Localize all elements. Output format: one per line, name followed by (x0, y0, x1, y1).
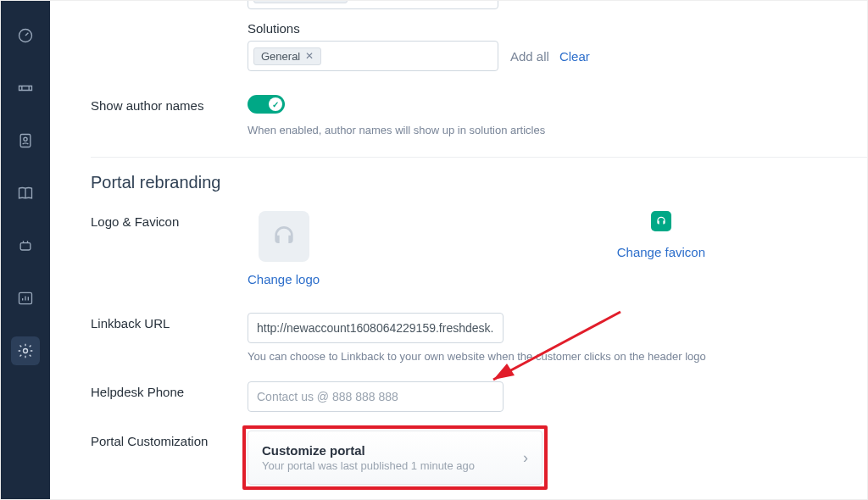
helpdesk-phone-row: Helpdesk Phone (91, 381, 867, 412)
chart-icon (17, 290, 34, 307)
chevron-right-icon: › (523, 449, 528, 467)
forums-row: Nojig Forums ✕ Add all Clear Solutions (91, 1, 867, 71)
logo-favicon-label: Logo & Favicon (91, 211, 248, 229)
change-favicon-link[interactable]: Change favicon (617, 245, 705, 259)
linkback-url-input[interactable] (248, 313, 504, 343)
svg-point-5 (24, 349, 28, 353)
favicon-column: Change favicon (617, 211, 705, 287)
svg-rect-3 (20, 243, 31, 250)
nav-contacts[interactable] (11, 126, 40, 155)
nav-solutions[interactable] (11, 179, 40, 208)
change-logo-link[interactable]: Change logo (248, 272, 320, 286)
solutions-chip[interactable]: General ✕ (253, 47, 321, 65)
helpdesk-phone-label: Helpdesk Phone (91, 381, 248, 399)
author-names-toggle[interactable]: ✓ (248, 95, 285, 114)
nav-dashboard[interactable] (11, 21, 40, 50)
linkback-row: Linkback URL You can choose to Linkback … (91, 313, 867, 363)
author-names-row: Show author names ✓ When enabled, author… (91, 95, 867, 136)
gauge-icon (17, 27, 34, 44)
gear-icon (17, 342, 34, 359)
main-region: Nojig Forums ✕ Add all Clear Solutions (50, 1, 867, 499)
logo-favicon-row: Logo & Favicon Change logo (91, 211, 867, 287)
section-divider (91, 157, 867, 158)
customize-portal-title: Customize portal (262, 443, 475, 458)
nav-tickets[interactable] (11, 74, 40, 103)
forums-chip[interactable]: Nojig Forums ✕ (253, 1, 348, 3)
headset-icon (270, 223, 298, 250)
toggle-knob: ✓ (269, 97, 282, 111)
solutions-add-all-link[interactable]: Add all (510, 49, 549, 64)
contact-icon (17, 132, 34, 149)
logo-placeholder (259, 211, 309, 262)
nav-reports[interactable] (11, 284, 40, 313)
favicon-placeholder (651, 211, 671, 231)
check-icon: ✓ (272, 100, 279, 109)
portal-customization-label: Portal Customization (91, 431, 248, 448)
solutions-tag-input[interactable]: General ✕ (248, 41, 498, 71)
close-icon[interactable]: ✕ (305, 50, 314, 62)
book-icon (17, 185, 34, 202)
helpdesk-phone-input[interactable] (248, 381, 504, 412)
linkback-hint: You can choose to Linkback to your own w… (248, 350, 858, 363)
nav-automation[interactable] (11, 231, 40, 260)
forums-tag-input[interactable]: Nojig Forums ✕ (248, 1, 498, 9)
author-names-label: Show author names (91, 95, 248, 113)
solutions-section-label: Solutions (248, 21, 858, 36)
linkback-label: Linkback URL (91, 313, 248, 331)
svg-marker-7 (493, 364, 515, 380)
portal-rebranding-heading: Portal rebranding (91, 173, 867, 192)
ticket-icon (17, 80, 34, 97)
customize-portal-subtitle: Your portal was last published 1 minute … (262, 459, 475, 472)
author-names-hint: When enabled, author names will show up … (248, 124, 858, 136)
app-frame: Nojig Forums ✕ Add all Clear Solutions (0, 0, 868, 500)
forums-add-all-link[interactable]: Add all (510, 1, 549, 2)
customize-portal-button[interactable]: Customize portal Your portal was last pu… (248, 431, 542, 485)
nav-settings[interactable] (11, 336, 40, 365)
bot-icon (17, 237, 34, 254)
solutions-chip-label: General (261, 50, 300, 63)
forums-clear-link[interactable]: Clear (559, 1, 590, 2)
logo-column: Change logo (248, 211, 320, 287)
portal-customization-row: Portal Customization Customize portal Yo… (91, 431, 867, 485)
svg-point-2 (24, 137, 27, 141)
left-sidebar (1, 1, 50, 499)
solutions-clear-link[interactable]: Clear (559, 49, 590, 64)
headset-icon (655, 215, 667, 227)
